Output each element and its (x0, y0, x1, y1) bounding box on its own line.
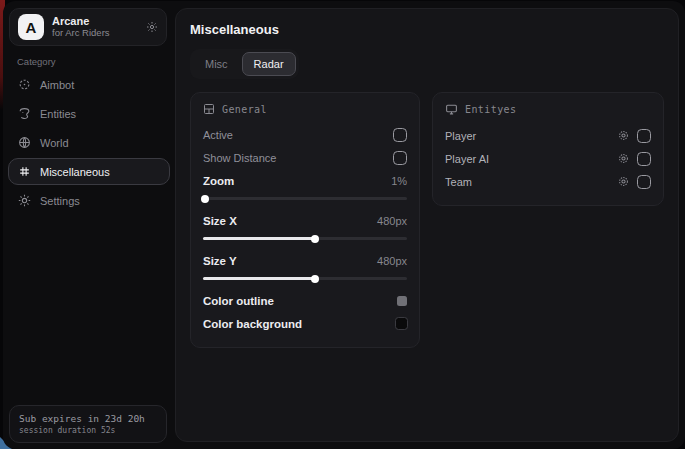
active-label: Active (203, 129, 233, 141)
size-x-row: Size X 480px (203, 209, 407, 232)
cards-row: General Active Show Distance Zoom 1% (190, 92, 664, 348)
team-label: Team (445, 176, 472, 188)
page-title: Miscellaneous (190, 22, 664, 37)
session-duration-text: session duration 52s (19, 426, 157, 435)
general-card-title: General (222, 104, 267, 115)
zoom-slider-thumb[interactable] (201, 195, 209, 203)
team-gear-icon[interactable] (618, 176, 629, 187)
color-background-swatch[interactable] (396, 318, 407, 329)
team-controls (618, 175, 651, 189)
team-row: Team (445, 170, 651, 193)
player-controls (618, 129, 651, 143)
size-y-slider-thumb[interactable] (311, 275, 319, 283)
general-card-header: General (203, 103, 407, 115)
size-y-slider[interactable] (203, 277, 407, 280)
entities-scan-icon (18, 107, 31, 120)
gear-icon (18, 194, 31, 207)
tab-bar: Misc Radar (190, 49, 299, 79)
player-ai-checkbox[interactable] (637, 152, 651, 166)
crosshair-icon (18, 78, 31, 91)
player-checkbox[interactable] (637, 129, 651, 143)
player-ai-label: Player AI (445, 153, 489, 165)
zoom-label: Zoom (203, 175, 234, 187)
main-panel: Miscellaneous Misc Radar General Active (175, 8, 679, 442)
active-checkbox[interactable] (393, 128, 407, 142)
team-checkbox[interactable] (637, 175, 651, 189)
app-names: Arcane for Arc Riders (52, 15, 138, 39)
terminal-grid-icon (203, 103, 215, 115)
size-y-slider-fill (203, 277, 315, 280)
app-title: Arcane (52, 15, 138, 28)
monitor-icon (445, 103, 458, 116)
sidebar-nav: Aimbot Entities World (8, 71, 170, 214)
app-header-card: A Arcane for Arc Riders (9, 8, 167, 46)
size-x-slider-fill (203, 237, 315, 240)
app-subtitle: for Arc Riders (52, 28, 138, 39)
size-x-slider[interactable] (203, 237, 407, 240)
sidebar-item-aimbot[interactable]: Aimbot (8, 71, 170, 98)
player-label: Player (445, 130, 476, 142)
sidebar: A Arcane for Arc Riders Category (3, 1, 175, 449)
entities-card: Entityes Player Player AI (432, 92, 664, 206)
entities-card-header: Entityes (445, 103, 651, 116)
sidebar-item-label: Aimbot (40, 79, 74, 91)
color-outline-label: Color outline (203, 295, 274, 307)
player-ai-row: Player AI (445, 147, 651, 170)
color-outline-swatch[interactable] (397, 296, 407, 306)
general-card: General Active Show Distance Zoom 1% (190, 92, 420, 348)
size-y-row: Size Y 480px (203, 249, 407, 272)
sidebar-item-world[interactable]: World (8, 129, 170, 156)
color-outline-row: Color outline (203, 289, 407, 312)
sidebar-item-entities[interactable]: Entities (8, 100, 170, 127)
size-x-value: 480px (377, 215, 407, 227)
player-row: Player (445, 124, 651, 147)
subscription-card: Sub expires in 23d 20h session duration … (9, 405, 167, 443)
show-distance-row: Show Distance (203, 146, 407, 169)
color-background-row: Color background (203, 312, 407, 335)
tab-misc[interactable]: Misc (193, 52, 240, 76)
zoom-slider[interactable] (203, 197, 407, 200)
sidebar-item-label: Settings (40, 195, 80, 207)
sidebar-item-label: World (40, 137, 69, 149)
category-label: Category (17, 56, 56, 67)
sidebar-item-miscellaneous[interactable]: Miscellaneous (8, 158, 170, 185)
player-ai-gear-icon[interactable] (618, 153, 629, 164)
sidebar-item-label: Entities (40, 108, 76, 120)
app-settings-gear-icon[interactable] (146, 21, 158, 33)
size-x-label: Size X (203, 215, 237, 227)
color-background-label: Color background (203, 318, 302, 330)
zoom-row: Zoom 1% (203, 169, 407, 192)
app-window: A Arcane for Arc Riders Category (3, 1, 685, 449)
size-y-value: 480px (377, 255, 407, 267)
sidebar-item-label: Miscellaneous (40, 166, 110, 178)
grid-dots-icon (18, 165, 31, 178)
size-y-label: Size Y (203, 255, 237, 267)
sub-expiry-text: Sub expires in 23d 20h (19, 413, 157, 424)
globe-icon (18, 136, 31, 149)
app-logo: A (18, 14, 44, 40)
tab-radar[interactable]: Radar (242, 52, 296, 76)
show-distance-label: Show Distance (203, 152, 276, 164)
entities-card-title: Entityes (465, 104, 516, 115)
show-distance-checkbox[interactable] (393, 151, 407, 165)
player-gear-icon[interactable] (618, 130, 629, 141)
zoom-value: 1% (391, 175, 407, 187)
active-row: Active (203, 123, 407, 146)
sidebar-item-settings[interactable]: Settings (8, 187, 170, 214)
size-x-slider-thumb[interactable] (311, 235, 319, 243)
player-ai-controls (618, 152, 651, 166)
